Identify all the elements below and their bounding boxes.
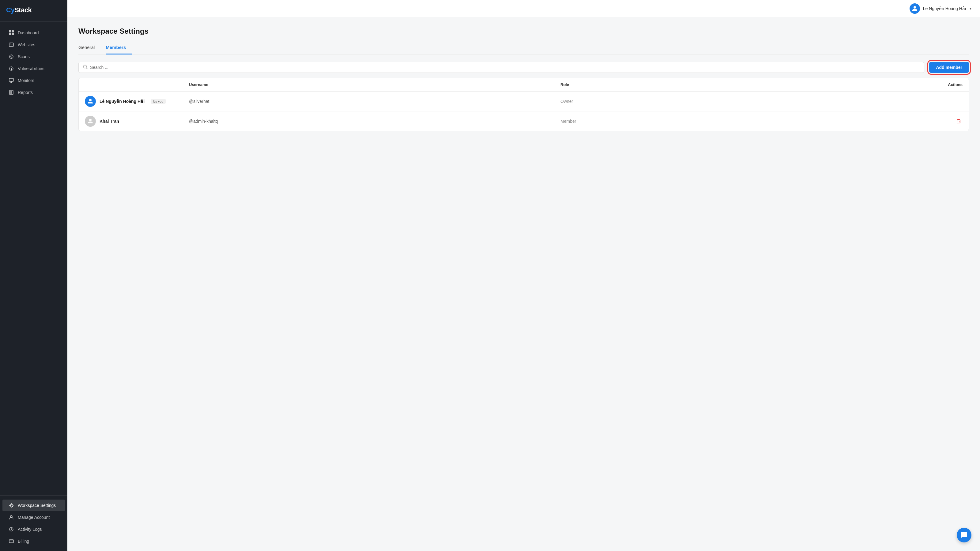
member-avatar-1 <box>85 96 96 107</box>
search-input[interactable] <box>90 65 920 70</box>
tab-general[interactable]: General <box>78 41 101 54</box>
svg-rect-2 <box>9 33 11 35</box>
sidebar-item-manage-account[interactable]: Manage Account <box>2 511 65 523</box>
monitors-icon <box>9 78 14 83</box>
svg-rect-3 <box>12 33 14 35</box>
svg-point-9 <box>11 56 12 57</box>
member-username-1: @silverhat <box>189 99 560 104</box>
sidebar-item-scans[interactable]: Scans <box>2 51 65 62</box>
activity-logs-icon <box>9 527 14 532</box>
col-name <box>85 83 189 87</box>
tabs: General Members <box>78 41 969 54</box>
svg-point-22 <box>11 505 12 506</box>
sidebar-item-billing[interactable]: Billing <box>2 535 65 547</box>
sidebar-item-manage-account-label: Manage Account <box>18 515 49 520</box>
vulnerabilities-icon <box>9 66 14 71</box>
reports-icon <box>9 90 14 95</box>
table-row: Lê Nguyễn Hoàng Hải It's you @silverhat … <box>79 92 969 111</box>
sidebar-item-dashboard[interactable]: Dashboard <box>2 27 65 38</box>
table-header: Username Role Actions <box>79 78 969 92</box>
member-cell-1: Lê Nguyễn Hoàng Hải It's you <box>85 96 189 107</box>
svg-point-7 <box>11 43 11 44</box>
search-box <box>78 62 924 73</box>
sidebar-item-vulnerabilities[interactable]: Vulnerabilities <box>2 63 65 75</box>
sidebar-item-billing-label: Billing <box>18 539 29 544</box>
col-actions: Actions <box>932 83 963 87</box>
content-area: Workspace Settings General Members Add m… <box>67 17 980 551</box>
user-menu[interactable]: Lê Nguyễn Hoàng Hải ▾ <box>910 3 971 14</box>
svg-rect-1 <box>12 30 14 32</box>
sidebar-item-websites[interactable]: Websites <box>2 39 65 51</box>
svg-rect-15 <box>9 78 13 81</box>
svg-rect-29 <box>957 120 960 123</box>
svg-rect-0 <box>9 30 11 32</box>
member-cell-2: Khai Tran <box>85 116 189 127</box>
svg-point-23 <box>10 516 12 517</box>
header: Lê Nguyễn Hoàng Hải ▾ <box>67 0 980 17</box>
sidebar-item-vulnerabilities-label: Vulnerabilities <box>18 66 45 71</box>
member-role-1: Owner <box>560 99 932 104</box>
billing-icon <box>9 538 14 544</box>
sidebar-item-activity-logs-label: Activity Logs <box>18 527 42 532</box>
table-row: Khai Tran @admin-khaitq Member <box>79 111 969 131</box>
sidebar-bottom: Workspace Settings Manage Account Activi… <box>0 495 67 551</box>
svg-point-14 <box>11 70 12 70</box>
chat-button[interactable] <box>957 528 971 542</box>
tab-members[interactable]: Members <box>106 41 132 54</box>
logo-area: CyStack <box>0 0 67 22</box>
add-member-button[interactable]: Add member <box>929 62 969 73</box>
user-menu-chevron: ▾ <box>970 6 971 11</box>
sidebar-item-dashboard-label: Dashboard <box>18 30 39 35</box>
svg-point-6 <box>10 43 10 44</box>
user-avatar <box>910 3 920 14</box>
member-username-2: @admin-khaitq <box>189 119 560 124</box>
sidebar-item-workspace-settings-label: Workspace Settings <box>18 503 56 508</box>
members-table: Username Role Actions Lê Nguyễn Hoàng Hả… <box>78 78 969 131</box>
delete-member-button[interactable] <box>955 117 963 125</box>
member-name-2: Khai Tran <box>100 119 119 124</box>
svg-rect-25 <box>9 540 13 543</box>
col-role: Role <box>560 83 932 87</box>
member-avatar-2 <box>85 116 96 127</box>
main-area: Lê Nguyễn Hoàng Hải ▾ Workspace Settings… <box>67 0 980 551</box>
sidebar-item-monitors[interactable]: Monitors <box>2 75 65 86</box>
sidebar-item-workspace-settings[interactable]: Workspace Settings <box>2 500 65 511</box>
page-title: Workspace Settings <box>78 27 969 35</box>
search-icon <box>83 65 88 70</box>
sidebar-item-scans-label: Scans <box>18 54 30 59</box>
app-logo: CyStack <box>6 6 32 14</box>
svg-line-28 <box>86 68 88 69</box>
member-actions-2 <box>932 117 963 125</box>
scans-icon <box>9 54 14 59</box>
dashboard-icon <box>9 30 14 35</box>
sidebar-item-reports-label: Reports <box>18 90 33 95</box>
col-username: Username <box>189 83 560 87</box>
members-toolbar: Add member <box>78 62 969 73</box>
member-name-1: Lê Nguyễn Hoàng Hải <box>100 99 145 104</box>
member-role-2: Member <box>560 119 932 124</box>
sidebar-item-activity-logs[interactable]: Activity Logs <box>2 524 65 535</box>
sidebar-item-monitors-label: Monitors <box>18 78 34 83</box>
sidebar-item-websites-label: Websites <box>18 42 35 47</box>
its-you-badge: It's you <box>151 99 166 104</box>
workspace-settings-icon <box>9 503 14 508</box>
sidebar-nav: Dashboard Websites Scans Vulnerabilities… <box>0 22 67 495</box>
manage-account-icon <box>9 514 14 520</box>
websites-icon <box>9 42 14 48</box>
sidebar: CyStack Dashboard Websites Scans Vulne <box>0 0 67 551</box>
user-display-name: Lê Nguyễn Hoàng Hải <box>923 6 966 11</box>
sidebar-item-reports[interactable]: Reports <box>2 87 65 98</box>
